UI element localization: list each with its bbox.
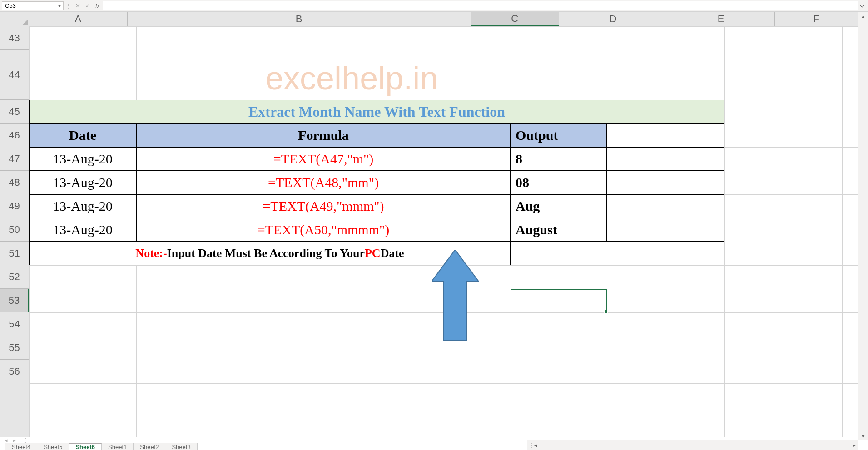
column-headers: ABCDEF bbox=[29, 12, 858, 26]
header-output[interactable]: Output bbox=[511, 124, 607, 147]
insert-function-button[interactable]: fx bbox=[93, 1, 103, 10]
sheet-tab-sheet1[interactable]: Sheet1 bbox=[101, 443, 134, 450]
row-header-46[interactable]: 46 bbox=[0, 124, 29, 147]
row-header-55[interactable]: 55 bbox=[0, 336, 29, 360]
tab-next-button[interactable]: ▸ bbox=[13, 437, 18, 443]
row-header-50[interactable]: 50 bbox=[0, 218, 29, 242]
column-header-A[interactable]: A bbox=[29, 12, 128, 26]
column-header-C[interactable]: C bbox=[471, 12, 560, 26]
row-header-45[interactable]: 45 bbox=[0, 100, 29, 124]
row-header-56[interactable]: 56 bbox=[0, 360, 29, 383]
cell-d46[interactable] bbox=[607, 124, 724, 147]
chevron-down-icon bbox=[860, 4, 864, 8]
fx-icon: fx bbox=[94, 3, 101, 9]
sheet-tab-sheet6[interactable]: Sheet6 bbox=[69, 443, 102, 450]
expand-formula-bar-button[interactable] bbox=[858, 1, 866, 10]
cell-output-0[interactable]: 8 bbox=[511, 147, 607, 171]
row-headers: 4344454647484950515253545556 bbox=[0, 26, 29, 437]
cancel-formula-button[interactable]: ✕ bbox=[73, 1, 83, 10]
grip-icon: ⋮ bbox=[21, 437, 30, 443]
horizontal-scrollbar[interactable]: ⋮ ◂ ▸ bbox=[527, 440, 858, 450]
enter-formula-button[interactable]: ✓ bbox=[83, 1, 93, 10]
cell-date-1[interactable]: 13-Aug-20 bbox=[29, 171, 136, 194]
cell-selection bbox=[511, 289, 607, 312]
scroll-up-button[interactable]: ▴ bbox=[858, 12, 868, 20]
hscroll-track[interactable] bbox=[540, 442, 850, 449]
row-header-43[interactable]: 43 bbox=[0, 26, 29, 50]
title-cell[interactable]: Extract Month Name With Text Function bbox=[29, 100, 724, 124]
vertical-scrollbar[interactable]: ▴ ▾ bbox=[858, 12, 868, 440]
scroll-down-button[interactable]: ▾ bbox=[858, 432, 868, 440]
note-pc: PC bbox=[365, 247, 381, 260]
row-header-49[interactable]: 49 bbox=[0, 194, 29, 218]
header-date[interactable]: Date bbox=[29, 124, 136, 147]
row-header-52[interactable]: 52 bbox=[0, 265, 29, 289]
cell-d48[interactable] bbox=[607, 171, 724, 194]
sheet-area: ABCDEF 4344454647484950515253545556 exce… bbox=[0, 12, 868, 437]
name-box-dropdown[interactable] bbox=[55, 1, 64, 10]
tab-prev-button[interactable]: ◂ bbox=[5, 437, 10, 443]
cell-d49[interactable] bbox=[607, 194, 724, 218]
watermark: excelhelp.in bbox=[265, 59, 438, 97]
formula-input[interactable] bbox=[103, 1, 858, 10]
column-header-B[interactable]: B bbox=[128, 12, 471, 26]
row-header-53[interactable]: 53 bbox=[0, 289, 29, 312]
note-prefix: Note:- bbox=[135, 247, 167, 260]
grid[interactable]: excelhelp.in Extract Month Name With Tex… bbox=[29, 26, 858, 437]
note-suffix: Date bbox=[381, 247, 404, 260]
cell-d410[interactable] bbox=[607, 218, 724, 242]
sheet-tab-sheet4[interactable]: Sheet4 bbox=[5, 443, 37, 450]
grip-icon: ⋮ bbox=[64, 3, 73, 9]
column-header-F[interactable]: F bbox=[775, 12, 858, 26]
scroll-right-button[interactable]: ▸ bbox=[850, 441, 858, 450]
header-formula[interactable]: Formula bbox=[136, 124, 511, 147]
column-header-E[interactable]: E bbox=[667, 12, 775, 26]
row-header-44[interactable]: 44 bbox=[0, 50, 29, 100]
sheet-tab-sheet2[interactable]: Sheet2 bbox=[133, 443, 165, 450]
row-header-47[interactable]: 47 bbox=[0, 147, 29, 171]
arrow-shape[interactable] bbox=[432, 250, 479, 342]
cell-formula-0[interactable]: =TEXT(A47,"m") bbox=[136, 147, 511, 171]
cell-formula-2[interactable]: =TEXT(A49,"mmm") bbox=[136, 194, 511, 218]
sheet-tab-sheet5[interactable]: Sheet5 bbox=[37, 443, 69, 450]
select-all-corner[interactable] bbox=[0, 12, 29, 26]
sheet-tab-sheet3[interactable]: Sheet3 bbox=[165, 443, 197, 450]
grip-icon: ⋮ bbox=[527, 442, 531, 449]
column-header-D[interactable]: D bbox=[559, 12, 667, 26]
note-mid: Input Date Must Be According To Your bbox=[167, 247, 365, 260]
chevron-down-icon bbox=[58, 5, 61, 7]
scroll-left-button[interactable]: ◂ bbox=[531, 441, 540, 450]
name-box[interactable]: C53 bbox=[2, 1, 55, 10]
row-header-54[interactable]: 54 bbox=[0, 312, 29, 336]
cell-output-1[interactable]: 08 bbox=[511, 171, 607, 194]
cell-formula-1[interactable]: =TEXT(A48,"mm") bbox=[136, 171, 511, 194]
vscroll-track[interactable] bbox=[858, 20, 868, 432]
cell-date-2[interactable]: 13-Aug-20 bbox=[29, 194, 136, 218]
cell-output-3[interactable]: August bbox=[511, 218, 607, 242]
cell-date-0[interactable]: 13-Aug-20 bbox=[29, 147, 136, 171]
cell-date-3[interactable]: 13-Aug-20 bbox=[29, 218, 136, 242]
cell-output-2[interactable]: Aug bbox=[511, 194, 607, 218]
cell-formula-3[interactable]: =TEXT(A50,"mmmm") bbox=[136, 218, 511, 242]
cell-d47[interactable] bbox=[607, 147, 724, 171]
row-header-51[interactable]: 51 bbox=[0, 242, 29, 265]
row-header-48[interactable]: 48 bbox=[0, 171, 29, 194]
formula-bar: C53 ⋮ ✕ ✓ fx bbox=[0, 0, 868, 12]
